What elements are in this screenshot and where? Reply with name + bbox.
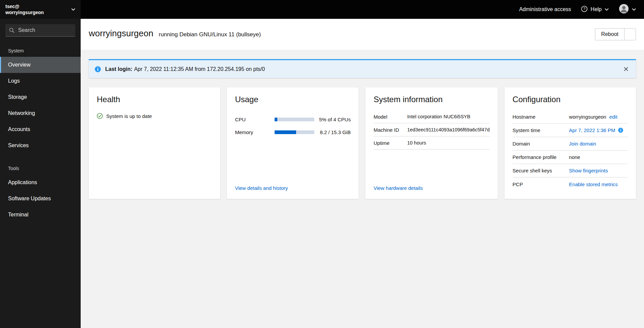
check-circle-icon bbox=[97, 113, 103, 119]
show-fingerprints-link[interactable]: Show fingerprints bbox=[569, 168, 608, 173]
usage-card-title: Usage bbox=[235, 95, 351, 104]
domain-row: Domain Join domain bbox=[513, 137, 628, 151]
reboot-menu-toggle[interactable] bbox=[624, 28, 636, 40]
avatar-icon bbox=[619, 4, 629, 15]
machine-id-label: Machine ID bbox=[373, 127, 407, 133]
page-header: worryingsurgeon running Debian GNU/Linux… bbox=[81, 19, 644, 50]
nav-section-tools: Tools bbox=[0, 161, 81, 174]
secure-shell-keys-label: Secure shell keys bbox=[513, 168, 569, 173]
machine-id-row: Machine ID 1ed3eec9111c4093a1096f69a6c5f… bbox=[373, 123, 489, 136]
cpu-usage-row: CPU 5% of 4 CPUs bbox=[235, 113, 351, 126]
search-icon bbox=[9, 28, 14, 33]
performance-profile-value: none bbox=[569, 154, 580, 160]
page-title: worryingsurgeon bbox=[89, 28, 153, 39]
user-host-menu[interactable]: tsec@ worryingsurgeon bbox=[0, 0, 81, 19]
svg-text:?: ? bbox=[583, 7, 586, 11]
page-content: Last login:Apr 7, 2022 11:12:35 AM from … bbox=[81, 50, 644, 328]
main-area: Administrative access ? Help wor bbox=[81, 0, 644, 328]
host-actions: Reboot bbox=[595, 28, 636, 40]
sidebar-item-storage[interactable]: Storage bbox=[0, 89, 81, 105]
help-menu[interactable]: ? Help bbox=[581, 6, 609, 13]
view-hardware-details-link[interactable]: View hardware details bbox=[373, 185, 489, 191]
sidebar-item-networking[interactable]: Networking bbox=[0, 105, 81, 121]
uptime-row: Uptime 10 hours bbox=[373, 136, 489, 150]
health-card-title: Health bbox=[97, 95, 212, 104]
session-menu[interactable] bbox=[619, 4, 636, 15]
domain-label: Domain bbox=[513, 141, 569, 147]
health-status-text: System is up to date bbox=[106, 113, 152, 119]
administrative-access-button[interactable]: Administrative access bbox=[519, 6, 571, 12]
sidebar-item-logs[interactable]: Logs bbox=[0, 73, 81, 89]
sidebar-item-terminal[interactable]: Terminal bbox=[0, 207, 81, 223]
hostname-text: worryingsurgeon bbox=[5, 9, 44, 15]
question-circle-icon: ? bbox=[581, 6, 588, 13]
memory-label: Memory bbox=[235, 129, 275, 135]
pcp-row: PCP Enable stored metrics bbox=[513, 177, 628, 191]
sidebar-item-overview[interactable]: Overview bbox=[0, 57, 81, 73]
configuration-card-title: Configuration bbox=[513, 95, 628, 104]
memory-usage-row: Memory 8.2 / 15.3 GiB bbox=[235, 126, 351, 138]
uptime-label: Uptime bbox=[373, 140, 407, 146]
secure-shell-keys-row: Secure shell keys Show fingerprints bbox=[513, 164, 628, 177]
cpu-progress-bar bbox=[275, 118, 314, 121]
memory-progress-bar bbox=[275, 130, 314, 134]
usage-card: Usage CPU 5% of 4 CPUs Memory 8.2 / 15.3… bbox=[227, 87, 359, 199]
info-icon bbox=[95, 66, 101, 72]
cpu-usage-value: 5% of 4 CPUs bbox=[319, 117, 351, 122]
usage-rows: CPU 5% of 4 CPUs Memory 8.2 / 15.3 GiB bbox=[235, 113, 351, 138]
cpu-progress-fill bbox=[275, 118, 277, 121]
sidebar-nav: System Overview Logs Storage Networking … bbox=[0, 42, 81, 223]
last-login-text: Last login:Apr 7, 2022 11:12:35 AM from … bbox=[105, 66, 618, 72]
chevron-down-icon bbox=[605, 8, 609, 11]
machine-id-value: 1ed3eec9111c4093a1096f69a6c5f47d bbox=[407, 127, 489, 132]
last-login-alert: Last login:Apr 7, 2022 11:12:35 AM from … bbox=[89, 59, 636, 78]
system-time-row: System time Apr 7, 2022 1:36 PM bbox=[513, 124, 628, 137]
sidebar-item-services[interactable]: Services bbox=[0, 137, 81, 154]
cpu-label: CPU bbox=[235, 117, 275, 122]
last-login-label: Last login: bbox=[105, 66, 132, 72]
topbar: Administrative access ? Help bbox=[81, 0, 644, 19]
performance-profile-label: Performance profile bbox=[513, 154, 569, 160]
help-label: Help bbox=[591, 6, 602, 12]
system-time-label: System time bbox=[513, 127, 569, 133]
close-icon[interactable] bbox=[622, 65, 630, 73]
enable-stored-metrics-link[interactable]: Enable stored metrics bbox=[569, 181, 618, 187]
info-icon bbox=[618, 128, 623, 133]
sidebar-item-accounts[interactable]: Accounts bbox=[0, 121, 81, 137]
chevron-down-icon bbox=[628, 33, 632, 36]
configuration-table: Hostname worryingsurgeon edit System tim… bbox=[513, 110, 628, 191]
sidebar: tsec@ worryingsurgeon System Overview Lo… bbox=[0, 0, 81, 328]
memory-progress-fill bbox=[275, 130, 296, 134]
pcp-label: PCP bbox=[513, 181, 569, 187]
os-release-text: running Debian GNU/Linux 11 (bullseye) bbox=[159, 31, 261, 38]
sidebar-item-applications[interactable]: Applications bbox=[0, 174, 81, 191]
username-text: tsec@ bbox=[5, 3, 44, 9]
health-status-row: System is up to date bbox=[97, 113, 212, 119]
reboot-button[interactable]: Reboot bbox=[595, 28, 624, 40]
health-card: Health System is up to date bbox=[89, 87, 220, 199]
system-time-link[interactable]: Apr 7, 2022 1:36 PM bbox=[569, 127, 615, 133]
overview-cards: Health System is up to date Usage CPU bbox=[89, 87, 636, 199]
view-details-history-link[interactable]: View details and history bbox=[235, 185, 351, 191]
system-information-card: System information Model Intel corporati… bbox=[365, 87, 497, 199]
model-value: Intel corporation NUC6i5SYB bbox=[407, 114, 489, 119]
join-domain-link[interactable]: Join domain bbox=[569, 141, 596, 147]
chevron-down-icon bbox=[71, 8, 75, 11]
nav-section-system: System bbox=[0, 43, 81, 57]
chevron-down-icon bbox=[632, 8, 636, 11]
last-login-value: Apr 7, 2022 11:12:35 AM from 172.20.254.… bbox=[134, 66, 265, 72]
search-input[interactable] bbox=[17, 27, 72, 34]
edit-hostname-link[interactable]: edit bbox=[609, 114, 617, 120]
hostname-value: worryingsurgeon bbox=[569, 114, 606, 120]
app-root: tsec@ worryingsurgeon System Overview Lo… bbox=[0, 0, 644, 328]
sidebar-item-software-updates[interactable]: Software Updates bbox=[0, 191, 81, 207]
hostname-label: Hostname bbox=[513, 114, 569, 120]
memory-usage-value: 8.2 / 15.3 GiB bbox=[319, 129, 351, 135]
system-information-card-title: System information bbox=[373, 95, 489, 104]
configuration-card: Configuration Hostname worryingsurgeon e… bbox=[505, 87, 636, 199]
performance-profile-row: Performance profile none bbox=[513, 151, 628, 164]
model-row: Model Intel corporation NUC6i5SYB bbox=[373, 110, 489, 123]
model-label: Model bbox=[373, 114, 407, 120]
uptime-value: 10 hours bbox=[407, 140, 489, 146]
hostname-row: Hostname worryingsurgeon edit bbox=[513, 110, 628, 124]
